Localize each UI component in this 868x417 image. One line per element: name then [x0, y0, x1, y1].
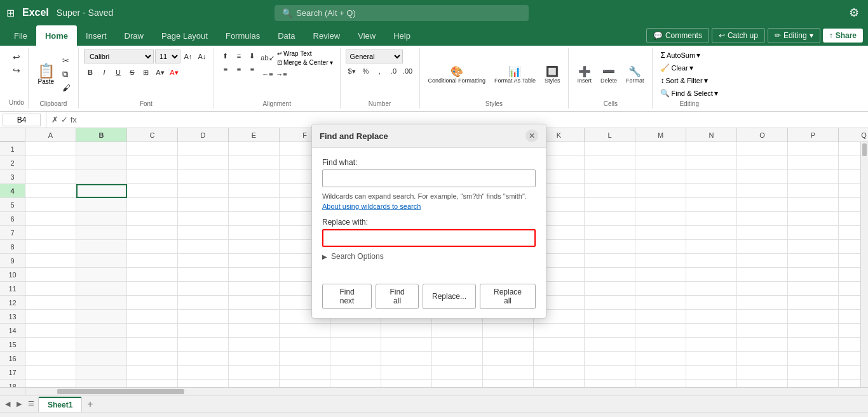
decrease-font-button[interactable]: A↓ [196, 50, 208, 63]
cell-c1[interactable] [127, 142, 178, 156]
tab-home[interactable]: Home [36, 25, 77, 46]
cell-a5[interactable] [25, 198, 76, 212]
redo-button[interactable]: ↪ [11, 64, 22, 77]
cell-o3[interactable] [737, 170, 788, 184]
tab-help[interactable]: Help [384, 25, 419, 46]
tab-draw[interactable]: Draw [116, 25, 153, 46]
catchup-button[interactable]: ↩ Catch up [712, 28, 765, 43]
cell-b2[interactable] [76, 156, 127, 170]
replace-all-button[interactable]: Replace all [480, 284, 536, 309]
tab-file[interactable]: File [5, 25, 36, 46]
cell-q1[interactable] [839, 142, 860, 156]
align-right-button[interactable]: ≡ [246, 63, 259, 76]
increase-indent-button[interactable]: →≡ [275, 68, 288, 81]
col-header-d[interactable]: D [178, 128, 229, 142]
cell-q3[interactable] [839, 170, 860, 184]
paste-button[interactable]: 📋 Paste [34, 62, 58, 88]
cell-styles-button[interactable]: 🔲 Styles [541, 63, 564, 86]
merge-center-button[interactable]: ⊡ Merge & Center ▾ [275, 58, 335, 67]
font-name-select[interactable]: Calibri [84, 50, 154, 63]
insert-button[interactable]: ➕ Insert [574, 63, 595, 86]
cell-a3[interactable] [25, 170, 76, 184]
cell-e3[interactable] [229, 170, 280, 184]
gear-icon[interactable]: ⚙ [846, 3, 862, 22]
col-header-q[interactable]: Q [839, 128, 868, 142]
cell-l2[interactable] [585, 156, 635, 170]
increase-decimal-button[interactable]: .00 [402, 65, 414, 77]
comments-button[interactable]: 💬 Comments [646, 28, 709, 43]
underline-button[interactable]: U [112, 66, 125, 79]
cell-b4[interactable] [76, 184, 127, 198]
tab-review[interactable]: Review [304, 25, 349, 46]
col-header-e[interactable]: E [229, 128, 280, 142]
cell-c2[interactable] [127, 156, 178, 170]
col-header-a[interactable]: A [25, 128, 76, 142]
decrease-indent-button[interactable]: ←≡ [261, 68, 274, 81]
align-middle-button[interactable]: ≡ [233, 50, 245, 62]
tab-view[interactable]: View [349, 25, 384, 46]
format-as-table-button[interactable]: 📊 Format As Table [491, 63, 539, 86]
cell-l4[interactable] [585, 184, 635, 198]
cell-p2[interactable] [788, 156, 839, 170]
currency-button[interactable]: $▾ [346, 65, 358, 77]
dialog-close-button[interactable]: ✕ [526, 129, 538, 142]
find-input[interactable] [322, 169, 536, 187]
sort-filter-button[interactable]: ↕ Sort & Filter ▾ [658, 75, 720, 86]
align-top-button[interactable]: ⬆ [219, 50, 232, 62]
strikethrough-button[interactable]: S [126, 66, 139, 79]
row-header-2[interactable]: 2 [0, 156, 25, 170]
row-header-3[interactable]: 3 [0, 170, 25, 184]
wrap-text-button[interactable]: ↵ Wrap Text [275, 50, 335, 58]
cell-d1[interactable] [178, 142, 229, 156]
vertical-scrollbar[interactable] [860, 142, 868, 387]
row-header-5[interactable]: 5 [0, 198, 25, 212]
cell-m4[interactable] [635, 184, 686, 198]
cell-d4[interactable] [178, 184, 229, 198]
font-color-button[interactable]: A▾ [168, 66, 180, 79]
search-box[interactable]: 🔍 Search (Alt + Q) [275, 5, 529, 21]
cell-b1[interactable] [76, 142, 127, 156]
share-button[interactable]: ↑ Share [823, 29, 863, 43]
font-size-select[interactable]: 11 [155, 50, 180, 63]
sheet-tab-sheet1[interactable]: Sheet1 [38, 397, 82, 412]
bold-button[interactable]: B [84, 66, 97, 79]
cell-q2[interactable] [839, 156, 860, 170]
cell-o1[interactable] [737, 142, 788, 156]
formula-check[interactable]: ✗ ✓ [51, 115, 68, 124]
row-header-6[interactable]: 6 [0, 212, 25, 226]
cell-reference-input[interactable] [3, 114, 41, 126]
fx-button[interactable]: fx [71, 115, 77, 124]
format-painter-button[interactable]: 🖌 [60, 82, 73, 94]
col-header-p[interactable]: P [788, 128, 839, 142]
col-header-b[interactable]: B [76, 128, 127, 142]
row-header-15[interactable]: 15 [0, 338, 25, 352]
cell-a4[interactable] [25, 184, 76, 198]
cell-p1[interactable] [788, 142, 839, 156]
cell-e4[interactable] [229, 184, 280, 198]
wildcards-link[interactable]: About using wildcards to search [322, 202, 536, 210]
cell-m1[interactable] [635, 142, 686, 156]
row-header-17[interactable]: 17 [0, 366, 25, 380]
cell-n1[interactable] [686, 142, 737, 156]
cell-e2[interactable] [229, 156, 280, 170]
cell-d3[interactable] [178, 170, 229, 184]
sheet-menu-button[interactable]: ☰ [25, 399, 37, 409]
col-header-l[interactable]: L [585, 128, 635, 142]
replace-button[interactable]: Replace... [423, 284, 476, 309]
align-center-button[interactable]: ≡ [233, 63, 245, 76]
find-next-button[interactable]: Find next [322, 284, 372, 309]
italic-button[interactable]: I [98, 66, 111, 79]
cell-m2[interactable] [635, 156, 686, 170]
copy-button[interactable]: ⧉ [60, 68, 73, 81]
row-header-8[interactable]: 8 [0, 240, 25, 254]
align-bottom-button[interactable]: ⬇ [246, 50, 259, 62]
cell-d2[interactable] [178, 156, 229, 170]
tab-data[interactable]: Data [269, 25, 304, 46]
col-header-o[interactable]: O [737, 128, 788, 142]
row-header-10[interactable]: 10 [0, 268, 25, 282]
cell-b5[interactable] [76, 198, 127, 212]
tab-page-layout[interactable]: Page Layout [153, 25, 217, 46]
undo-button[interactable]: ↩ [11, 51, 22, 63]
cell-n4[interactable] [686, 184, 737, 198]
row-header-13[interactable]: 13 [0, 310, 25, 324]
